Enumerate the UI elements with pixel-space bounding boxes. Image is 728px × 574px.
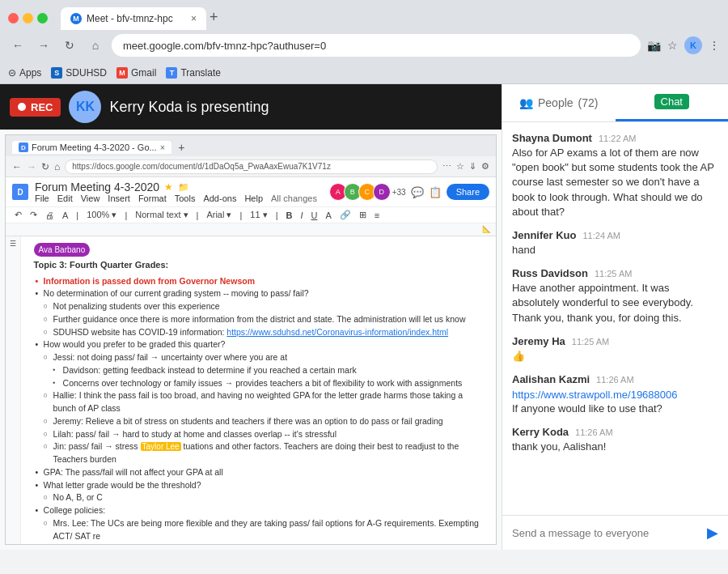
minimize-window-button[interactable] <box>23 13 33 23</box>
menu-help[interactable]: Help <box>244 193 263 203</box>
new-tab-button[interactable]: + <box>210 10 218 24</box>
menu-icon[interactable]: ⋮ <box>709 39 720 52</box>
msg-text-2: hand <box>512 243 718 257</box>
menu-format[interactable]: Format <box>138 193 167 203</box>
underline-button[interactable]: U <box>309 210 320 221</box>
active-tab[interactable]: M Meet - bfv-tmnz-hpc × <box>61 7 206 30</box>
tab-people[interactable]: 👥 People (72) <box>502 84 616 121</box>
align-button[interactable]: ≡ <box>372 210 382 221</box>
inner-tab-title: Forum Meeting 4-3-2020 - Go... <box>32 142 157 152</box>
msg-text-5: If anyone would like to use that? <box>512 402 718 416</box>
menu-addons[interactable]: Add-ons <box>203 193 236 203</box>
sub-bullet-jeremy: Jeremy: Relieve a bit of stress on stude… <box>53 415 483 428</box>
inner-download-icon[interactable]: ⇓ <box>469 161 476 172</box>
link-button[interactable]: 🔗 <box>337 209 353 221</box>
inner-menu-dots[interactable]: ⋯ <box>442 161 451 172</box>
sub-bullet-lilah: Lilah: pass/ fail → hard to study at hom… <box>53 428 483 441</box>
bookmark-gmail[interactable]: M Gmail <box>116 67 156 79</box>
share-button[interactable]: Share <box>447 184 489 200</box>
msg-author-3: Russ Davidson <box>512 267 588 279</box>
doc-star-icon[interactable]: ★ <box>164 181 173 193</box>
video-area: REC KK Kerry Koda is presenting D Forum … <box>0 84 502 550</box>
msg-time-3: 11:25 AM <box>595 269 632 278</box>
inner-tab-close[interactable]: × <box>160 142 165 152</box>
italic-button[interactable]: I <box>298 210 305 221</box>
msg-author-5: Aalishan Kazmi <box>512 373 590 385</box>
zoom-selector[interactable]: 100% ▾ <box>84 209 119 221</box>
bookmark-apps-label: Apps <box>19 67 41 79</box>
rec-bar: REC KK Kerry Koda is presenting <box>0 84 502 130</box>
translate-icon: T <box>166 67 177 79</box>
sub-sub-concerns: Concerns over technology or family issue… <box>63 377 483 390</box>
bookmarks-bar: ⊝ Apps S SDUHSD M Gmail T Translate <box>0 62 728 84</box>
inner-bookmark-icon[interactable]: ☆ <box>456 161 464 172</box>
style-selector[interactable]: Normal text ▾ <box>133 209 190 221</box>
menu-tools[interactable]: Tools <box>175 193 196 203</box>
document-header: D Forum Meeting 4-3-2020 ★ 📁 File Edit V… <box>6 177 496 207</box>
forward-button[interactable]: → <box>34 36 53 55</box>
star-icon[interactable]: ☆ <box>667 39 678 52</box>
close-tab-button[interactable]: × <box>191 13 197 24</box>
inner-active-tab[interactable]: D Forum Meeting 4-3-2020 - Go... × <box>12 141 171 154</box>
redo-button[interactable]: ↷ <box>28 209 40 221</box>
chat-message-5: Aalishan Kazmi 11:26 AM https://www.stra… <box>512 373 718 416</box>
sduhsd-link[interactable]: https://www.sduhsd.net/Coronavirus-infor… <box>226 327 448 337</box>
menu-file[interactable]: File <box>35 193 49 203</box>
back-button[interactable]: ← <box>8 36 28 55</box>
menu-edit[interactable]: Edit <box>57 193 73 203</box>
doc-menu-bar: File Edit View Insert Format Tools Add-o… <box>35 193 323 203</box>
print-button[interactable]: 🖨 <box>43 210 57 221</box>
document-title[interactable]: Forum Meeting 4-3-2020 <box>35 181 159 193</box>
avatar-chip-area: Ava Barbano <box>34 243 483 257</box>
inner-address-input[interactable] <box>65 159 438 174</box>
bold-button[interactable]: B <box>284 210 295 221</box>
inner-home-button[interactable]: ⌂ <box>54 161 60 172</box>
chat-icon[interactable]: 📋 <box>429 186 442 198</box>
inner-back-button[interactable]: ← <box>12 161 22 172</box>
menu-insert[interactable]: Insert <box>108 193 130 203</box>
msg-link-5: https://www.strawpoll.me/19688006 <box>512 387 718 402</box>
tab-chat[interactable]: Chat <box>616 84 729 121</box>
menu-view[interactable]: View <box>81 193 100 203</box>
profile-icon[interactable]: K <box>684 36 702 54</box>
home-button[interactable]: ⌂ <box>86 36 105 55</box>
strawpoll-link[interactable]: https://www.strawpoll.me/19688006 <box>512 389 678 401</box>
maximize-window-button[interactable] <box>37 13 48 23</box>
chat-input[interactable] <box>512 527 700 539</box>
tab-favicon: M <box>70 13 82 24</box>
send-button[interactable]: ▶ <box>707 524 718 542</box>
inner-forward-button[interactable]: → <box>27 161 36 172</box>
document-ruler: 📐 <box>6 223 496 236</box>
format-paint-button[interactable]: A <box>60 210 70 221</box>
image-button[interactable]: ⊞ <box>357 209 369 221</box>
close-window-button[interactable] <box>8 13 19 23</box>
sub-bullet-hallie: Hallie: I think the pass fail is too bro… <box>53 389 483 415</box>
bullet-college: College policies: <box>44 504 483 517</box>
comment-icon[interactable]: 💬 <box>411 186 424 198</box>
bookmark-apps[interactable]: ⊝ Apps <box>8 67 41 79</box>
bookmark-sduhsd-label: SDUHSD <box>66 67 107 79</box>
bullet-line-3: How would you prefer to be graded this q… <box>44 338 483 351</box>
ava-barbano-chip: Ava Barbano <box>34 243 91 257</box>
inner-reload-button[interactable]: ↻ <box>41 161 49 172</box>
bookmark-sduhsd[interactable]: S SDUHSD <box>51 67 107 79</box>
inner-new-tab-button[interactable]: + <box>178 141 184 154</box>
font-color-button[interactable]: A <box>323 210 333 221</box>
chat-input-area: ▶ <box>502 515 728 550</box>
address-input[interactable] <box>112 34 641 57</box>
rec-button[interactable]: REC <box>10 98 61 117</box>
sub-bullet-2: Further guidance once there is more info… <box>53 313 483 326</box>
camera-icon[interactable]: 📷 <box>647 39 661 52</box>
font-size-selector[interactable]: 11 ▾ <box>248 209 269 221</box>
sidebar-icon[interactable]: ☰ <box>10 240 16 248</box>
reload-button[interactable]: ↻ <box>60 36 79 55</box>
doc-folder-icon[interactable]: 📁 <box>178 182 189 193</box>
bookmark-translate[interactable]: T Translate <box>166 67 221 79</box>
all-changes-link[interactable]: All changes <box>271 193 317 203</box>
msg-time-1: 11:22 AM <box>599 134 636 143</box>
font-selector[interactable]: Arial ▾ <box>204 209 234 221</box>
inner-zoom-icon[interactable]: ⚙ <box>481 161 489 172</box>
undo-button[interactable]: ↶ <box>12 209 24 221</box>
doc-body-wrapper: ☰ Ava Barbano Topic 3: Fourth Quarter Gr… <box>6 236 496 545</box>
msg-header-4: Jeremy Ha 11:25 AM <box>512 335 718 347</box>
